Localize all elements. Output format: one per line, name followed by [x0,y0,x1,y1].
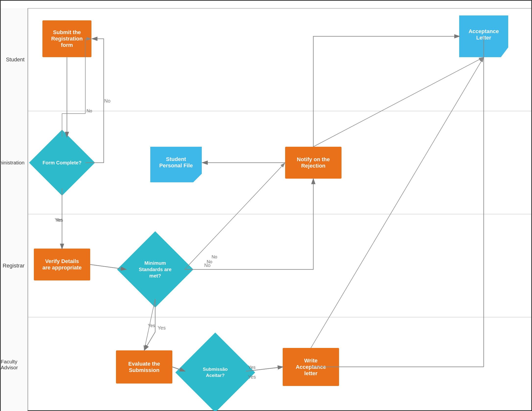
submissao-aceitar-shape: SubmissãoAceitar? [185,342,246,403]
lane-label-student: Student [1,8,28,111]
notify-rejection-shape: Notify on the Rejection [285,147,342,179]
form-complete-shape: Form Complete? [38,137,87,188]
lane-divider [28,8,28,410]
student-personal-file-shape: Student Personal File [150,147,202,182]
verify-details-shape: Verify Details are appropriate [34,249,90,280]
lane-label-registrar: Registrar [1,214,28,317]
lane-label-faculty: Faculty Advisor [1,317,28,411]
write-acceptance-shape: Write Acceptance letter [283,348,339,386]
submit-form-shape: Submit the Registration form [42,20,91,57]
evaluate-submission-shape: Evaluate the Submission [116,350,172,384]
acceptance-letter-shape: Acceptance Letter [459,15,508,57]
min-standards-shape: MinimumStandards aremet? [126,240,185,299]
lane-label-administration: Administration [1,111,28,214]
diagram-container: Student Administration Registrar Faculty… [0,0,532,411]
